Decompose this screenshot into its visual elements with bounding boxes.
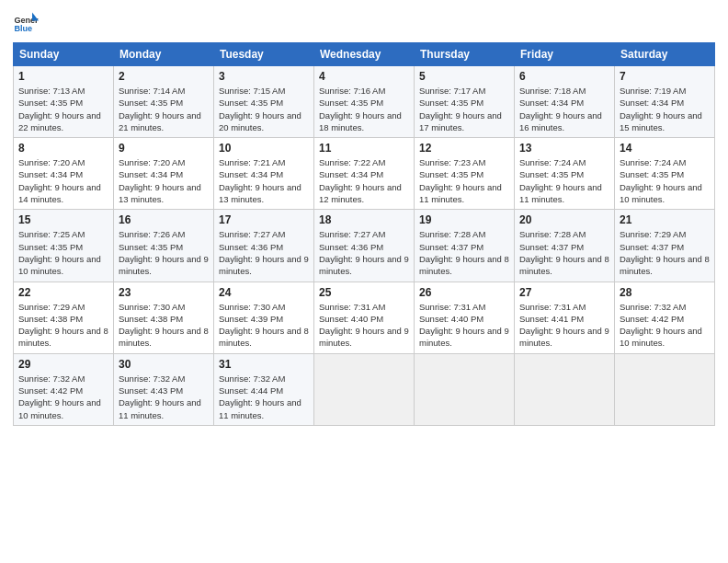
day-number: 17 (219, 213, 309, 226)
calendar-cell: 5Sunrise: 7:17 AMSunset: 4:35 PMDaylight… (415, 66, 515, 138)
day-number: 9 (119, 142, 209, 155)
day-number: 16 (119, 213, 209, 226)
day-number: 31 (219, 358, 309, 371)
calendar-cell: 3Sunrise: 7:15 AMSunset: 4:35 PMDaylight… (214, 66, 314, 138)
calendar-cell: 4Sunrise: 7:16 AMSunset: 4:35 PMDaylight… (314, 66, 415, 138)
day-info: Sunrise: 7:31 AMSunset: 4:40 PMDaylight:… (419, 301, 509, 350)
calendar-cell: 30Sunrise: 7:32 AMSunset: 4:43 PMDayligh… (114, 353, 214, 425)
day-info: Sunrise: 7:32 AMSunset: 4:42 PMDaylight:… (620, 301, 710, 350)
day-info: Sunrise: 7:23 AMSunset: 4:35 PMDaylight:… (419, 156, 509, 205)
calendar-cell: 19Sunrise: 7:28 AMSunset: 4:37 PMDayligh… (415, 210, 515, 282)
calendar-cell: 1Sunrise: 7:13 AMSunset: 4:35 PMDaylight… (14, 66, 114, 138)
day-info: Sunrise: 7:28 AMSunset: 4:37 PMDaylight:… (419, 228, 509, 277)
col-header-tuesday: Tuesday (214, 43, 314, 66)
day-number: 2 (119, 70, 209, 83)
day-number: 27 (519, 286, 609, 299)
day-number: 4 (319, 70, 409, 83)
calendar-cell: 12Sunrise: 7:23 AMSunset: 4:35 PMDayligh… (415, 138, 515, 210)
day-info: Sunrise: 7:32 AMSunset: 4:43 PMDaylight:… (119, 373, 209, 421)
calendar-cell: 10Sunrise: 7:21 AMSunset: 4:34 PMDayligh… (214, 138, 314, 210)
day-number: 20 (519, 213, 609, 226)
col-header-monday: Monday (114, 43, 214, 66)
day-info: Sunrise: 7:19 AMSunset: 4:34 PMDaylight:… (620, 85, 710, 133)
calendar-cell: 27Sunrise: 7:31 AMSunset: 4:41 PMDayligh… (515, 282, 615, 353)
calendar-cell: 25Sunrise: 7:31 AMSunset: 4:40 PMDayligh… (314, 282, 415, 353)
day-info: Sunrise: 7:20 AMSunset: 4:34 PMDaylight:… (18, 156, 108, 205)
day-number: 18 (319, 213, 409, 226)
day-info: Sunrise: 7:27 AMSunset: 4:36 PMDaylight:… (219, 228, 309, 277)
day-number: 6 (519, 70, 609, 83)
calendar-cell: 8Sunrise: 7:20 AMSunset: 4:34 PMDaylight… (14, 138, 114, 210)
calendar-cell: 16Sunrise: 7:26 AMSunset: 4:35 PMDayligh… (114, 210, 214, 282)
calendar-cell: 11Sunrise: 7:22 AMSunset: 4:34 PMDayligh… (314, 138, 415, 210)
day-number: 10 (219, 142, 309, 155)
calendar-cell (415, 353, 515, 425)
calendar-cell (314, 353, 415, 425)
calendar-cell: 22Sunrise: 7:29 AMSunset: 4:38 PMDayligh… (14, 282, 114, 353)
col-header-thursday: Thursday (415, 43, 515, 66)
day-info: Sunrise: 7:16 AMSunset: 4:35 PMDaylight:… (319, 85, 409, 133)
day-number: 23 (119, 286, 209, 299)
day-info: Sunrise: 7:29 AMSunset: 4:37 PMDaylight:… (620, 228, 710, 277)
calendar-cell: 15Sunrise: 7:25 AMSunset: 4:35 PMDayligh… (14, 210, 114, 282)
day-info: Sunrise: 7:30 AMSunset: 4:38 PMDaylight:… (119, 301, 209, 350)
day-number: 12 (419, 142, 509, 155)
day-number: 30 (119, 358, 209, 371)
calendar-cell: 21Sunrise: 7:29 AMSunset: 4:37 PMDayligh… (615, 210, 715, 282)
day-info: Sunrise: 7:27 AMSunset: 4:36 PMDaylight:… (319, 228, 409, 277)
day-number: 5 (419, 70, 509, 83)
calendar-cell: 7Sunrise: 7:19 AMSunset: 4:34 PMDaylight… (615, 66, 715, 138)
day-info: Sunrise: 7:31 AMSunset: 4:41 PMDaylight:… (519, 301, 609, 350)
day-info: Sunrise: 7:26 AMSunset: 4:35 PMDaylight:… (119, 228, 209, 277)
day-info: Sunrise: 7:15 AMSunset: 4:35 PMDaylight:… (219, 85, 309, 133)
day-number: 21 (620, 213, 710, 226)
day-info: Sunrise: 7:28 AMSunset: 4:37 PMDaylight:… (519, 228, 609, 277)
calendar-cell: 23Sunrise: 7:30 AMSunset: 4:38 PMDayligh… (114, 282, 214, 353)
calendar-cell: 31Sunrise: 7:32 AMSunset: 4:44 PMDayligh… (214, 353, 314, 425)
col-header-sunday: Sunday (14, 43, 114, 66)
day-info: Sunrise: 7:14 AMSunset: 4:35 PMDaylight:… (119, 85, 209, 133)
calendar-cell (615, 353, 715, 425)
day-number: 8 (18, 142, 108, 155)
day-info: Sunrise: 7:31 AMSunset: 4:40 PMDaylight:… (319, 301, 409, 350)
day-number: 24 (219, 286, 309, 299)
day-info: Sunrise: 7:29 AMSunset: 4:38 PMDaylight:… (18, 301, 108, 350)
calendar-cell: 14Sunrise: 7:24 AMSunset: 4:35 PMDayligh… (615, 138, 715, 210)
day-number: 13 (519, 142, 609, 155)
day-info: Sunrise: 7:30 AMSunset: 4:39 PMDaylight:… (219, 301, 309, 350)
col-header-saturday: Saturday (615, 43, 715, 66)
day-number: 11 (319, 142, 409, 155)
day-number: 15 (18, 213, 108, 226)
calendar-cell: 20Sunrise: 7:28 AMSunset: 4:37 PMDayligh… (515, 210, 615, 282)
day-info: Sunrise: 7:24 AMSunset: 4:35 PMDaylight:… (519, 156, 609, 205)
day-info: Sunrise: 7:22 AMSunset: 4:34 PMDaylight:… (319, 156, 409, 205)
day-number: 14 (620, 142, 710, 155)
day-info: Sunrise: 7:24 AMSunset: 4:35 PMDaylight:… (620, 156, 710, 205)
logo: General Blue (13, 9, 39, 35)
calendar-cell: 26Sunrise: 7:31 AMSunset: 4:40 PMDayligh… (415, 282, 515, 353)
calendar-cell (515, 353, 615, 425)
day-info: Sunrise: 7:18 AMSunset: 4:34 PMDaylight:… (519, 85, 609, 133)
calendar-cell: 29Sunrise: 7:32 AMSunset: 4:42 PMDayligh… (14, 353, 114, 425)
day-info: Sunrise: 7:32 AMSunset: 4:44 PMDaylight:… (219, 373, 309, 421)
col-header-wednesday: Wednesday (314, 43, 415, 66)
day-info: Sunrise: 7:25 AMSunset: 4:35 PMDaylight:… (18, 228, 108, 277)
svg-text:Blue: Blue (14, 24, 32, 33)
day-number: 26 (419, 286, 509, 299)
day-number: 1 (18, 70, 108, 83)
calendar-table: SundayMondayTuesdayWednesdayThursdayFrid… (13, 42, 715, 426)
calendar-cell: 24Sunrise: 7:30 AMSunset: 4:39 PMDayligh… (214, 282, 314, 353)
calendar-cell: 2Sunrise: 7:14 AMSunset: 4:35 PMDaylight… (114, 66, 214, 138)
calendar-cell: 28Sunrise: 7:32 AMSunset: 4:42 PMDayligh… (615, 282, 715, 353)
day-info: Sunrise: 7:21 AMSunset: 4:34 PMDaylight:… (219, 156, 309, 205)
day-number: 7 (620, 70, 710, 83)
calendar-cell: 18Sunrise: 7:27 AMSunset: 4:36 PMDayligh… (314, 210, 415, 282)
day-info: Sunrise: 7:13 AMSunset: 4:35 PMDaylight:… (18, 85, 108, 133)
day-info: Sunrise: 7:17 AMSunset: 4:35 PMDaylight:… (419, 85, 509, 133)
calendar-cell: 6Sunrise: 7:18 AMSunset: 4:34 PMDaylight… (515, 66, 615, 138)
day-number: 3 (219, 70, 309, 83)
col-header-friday: Friday (515, 43, 615, 66)
day-number: 25 (319, 286, 409, 299)
calendar-cell: 9Sunrise: 7:20 AMSunset: 4:34 PMDaylight… (114, 138, 214, 210)
day-number: 22 (18, 286, 108, 299)
